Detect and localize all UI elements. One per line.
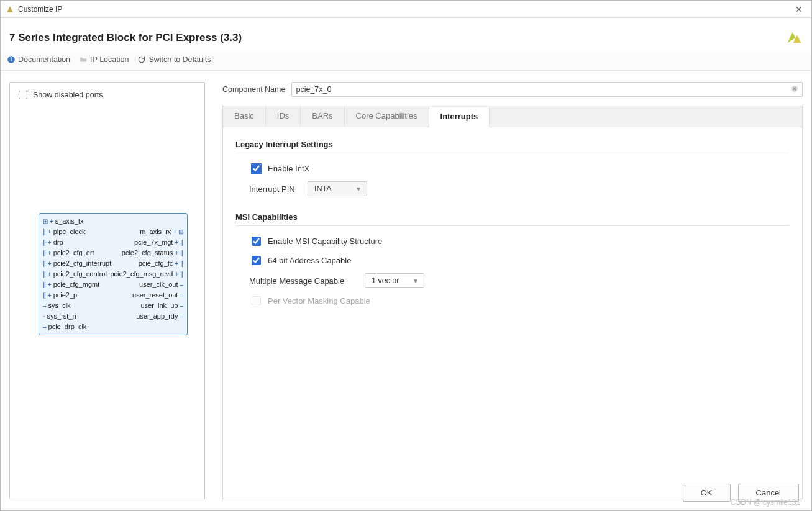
per-vector-input [252,296,261,305]
port-pin-icon: ‖ + [43,269,52,279]
component-name-input[interactable] [291,82,803,97]
port-row: ‖ +pcie2_cfg_controlpcie2_cfg_msg_rcvd+ … [39,269,187,279]
cancel-button[interactable]: Cancel [738,484,799,502]
port-row: ‖ +pcie2_pluser_reset_out– [39,290,187,301]
switch-defaults-link[interactable]: Switch to Defaults [137,55,211,64]
header: 7 Series Integrated Block for PCI Expres… [1,18,811,53]
ip-location-link[interactable]: IP Location [79,55,129,64]
legacy-interrupt-section: Legacy Interrupt Settings Enable IntX In… [235,140,790,196]
port-pin-icon: – [180,280,183,289]
port-pin-icon: ‖ + [43,291,52,300]
divider [235,225,790,226]
footer: OK Cancel [683,484,799,502]
ip-location-label: IP Location [90,55,129,64]
block-preview-pane: Show disabled ports ⊞ +s_axis_tx ‖ +pipe… [9,82,205,499]
port-pin-icon: ‖ + [43,280,52,289]
port-pin-icon: + ⊞ [173,227,183,237]
enable-msi-checkbox[interactable]: Enable MSI Capability Structure [249,235,382,248]
port-row: ‖ +pipe_clockm_axis_rx+ ⊞ [39,227,187,237]
port-pin-icon: ‖ + [43,238,52,247]
per-vector-checkbox: Per Vector Masking Capable [249,294,370,307]
port-pin-icon: – [43,301,47,310]
chevron-down-icon: ▼ [355,186,362,192]
port-row: –sys_clkuser_lnk_up– [39,301,187,311]
toolbar: i Documentation IP Location Switch to De… [1,53,811,71]
titlebar: Customize IP ✕ [1,1,811,18]
legacy-interrupt-title: Legacy Interrupt Settings [235,140,790,149]
tab-bars[interactable]: BARs [301,106,344,127]
port-pin-icon: – [180,291,183,300]
enable-intx-input[interactable] [252,164,261,173]
ok-button[interactable]: OK [683,484,731,502]
window-title: Customize IP [18,5,62,14]
port-pin-icon: + ‖ [175,259,183,268]
documentation-link[interactable]: i Documentation [7,55,70,64]
component-name-label: Component Name [222,85,285,94]
app-icon [6,5,14,14]
enable-intx-label: Enable IntX [268,164,309,173]
interrupt-pin-select[interactable]: INTA ▼ [308,181,367,196]
port-pin-icon: + ‖ [175,269,183,279]
mmc-select[interactable]: 1 vector ▼ [365,273,424,288]
info-icon: i [7,55,16,64]
port-row: ⊞ +s_axis_tx [39,216,187,227]
folder-icon [79,55,88,64]
port-row: ‖ +drppcie_7x_mgt+ ‖ [39,237,187,248]
port-pin-icon: – [43,322,47,332]
refresh-icon [137,55,146,64]
msi-capabilities-section: MSI Capabilities Enable MSI Capability S… [235,212,790,307]
show-disabled-ports-checkbox[interactable]: Show disabled ports [16,89,198,101]
port-row: ◦sys_rst_nuser_app_rdy– [39,311,187,322]
tab-basic[interactable]: Basic [223,106,266,127]
port-row: –pcie_drp_clk [39,322,187,332]
addr64-checkbox[interactable]: 64 bit Address Capable [249,254,351,267]
tab-ids[interactable]: IDs [266,106,301,127]
per-vector-label: Per Vector Masking Capable [268,296,370,305]
body: Show disabled ports ⊞ +s_axis_tx ‖ +pipe… [1,71,811,510]
chevron-down-icon: ▼ [413,278,419,284]
port-pin-icon: ⊞ + [43,217,53,226]
port-row: ‖ +pcie_cfg_mgmtuser_clk_out– [39,279,187,290]
port-pin-icon: ‖ + [43,259,52,268]
tab-content-interrupts: Legacy Interrupt Settings Enable IntX In… [222,127,803,499]
port-row: ‖ +pcie2_cfg_errpcie2_cfg_status+ ‖ [39,248,187,258]
port-pin-icon: ‖ + [43,248,52,258]
switch-defaults-label: Switch to Defaults [148,55,211,64]
divider [235,153,790,153]
page-title: 7 Series Integrated Block for PCI Expres… [9,32,242,44]
close-icon[interactable]: ✕ [791,3,806,16]
tab-core-capabilities[interactable]: Core Capabilities [345,106,429,127]
show-disabled-ports-label: Show disabled ports [33,91,103,99]
window: Customize IP ✕ 7 Series Integrated Block… [0,0,812,511]
tab-interrupts[interactable]: Interrupts [429,107,490,127]
port-pin-icon: – [180,312,183,321]
vendor-logo-icon [785,29,803,47]
enable-msi-input[interactable] [252,237,261,246]
enable-msi-label: Enable MSI Capability Structure [268,237,382,246]
enable-intx-checkbox[interactable]: Enable IntX [249,162,309,175]
interrupt-pin-label: Interrupt PIN [249,184,299,194]
port-pin-icon: + ‖ [175,238,183,247]
port-pin-icon: ‖ + [43,227,52,237]
msi-capabilities-title: MSI Capabilities [235,212,790,222]
component-name-row: Component Name [222,82,803,97]
interrupt-pin-value: INTA [314,184,332,193]
show-disabled-ports-input[interactable] [19,91,27,99]
config-pane: Component Name Basic IDs BARs Core Capab… [222,82,803,499]
port-pin-icon: – [180,301,183,310]
port-pin-icon: + ‖ [175,248,183,258]
tabs: Basic IDs BARs Core Capabilities Interru… [222,106,803,127]
clear-icon[interactable] [790,84,799,93]
addr64-label: 64 bit Address Capable [268,256,351,265]
port-row: ‖ +pcie2_cfg_interruptpcie_cfg_fc+ ‖ [39,258,187,269]
mmc-label: Multiple Message Capable [249,276,356,286]
ip-block-symbol: ⊞ +s_axis_tx ‖ +pipe_clockm_axis_rx+ ⊞ ‖… [39,213,188,335]
port-pin-icon: ◦ [43,312,45,321]
svg-text:i: i [11,57,12,63]
addr64-input[interactable] [252,256,261,265]
documentation-label: Documentation [18,55,70,64]
mmc-value: 1 vector [372,276,399,285]
